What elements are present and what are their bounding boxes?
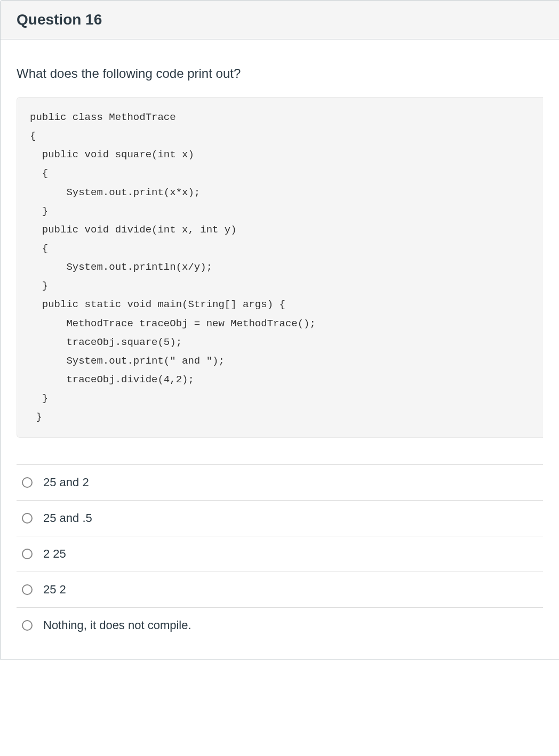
question-header: Question 16 xyxy=(1,1,559,39)
question-body: What does the following code print out? … xyxy=(1,39,559,659)
answer-label: 25 2 xyxy=(43,583,66,597)
question-title: Question 16 xyxy=(17,11,543,28)
code-block: public class MethodTrace { public void s… xyxy=(17,97,543,438)
radio-icon[interactable] xyxy=(22,477,33,488)
answer-option[interactable]: 2 25 xyxy=(17,536,543,572)
radio-icon[interactable] xyxy=(22,620,33,631)
answer-label: Nothing, it does not compile. xyxy=(43,618,191,632)
radio-icon[interactable] xyxy=(22,584,33,595)
radio-icon[interactable] xyxy=(22,513,33,524)
answer-label: 2 25 xyxy=(43,547,66,561)
question-prompt: What does the following code print out? xyxy=(17,66,543,81)
question-card: Question 16 What does the following code… xyxy=(0,0,559,660)
answer-label: 25 and 2 xyxy=(43,476,89,489)
answer-option[interactable]: Nothing, it does not compile. xyxy=(17,608,543,643)
answer-option[interactable]: 25 and .5 xyxy=(17,501,543,536)
answers-list: 25 and 2 25 and .5 2 25 25 2 Nothing, it… xyxy=(17,464,543,643)
answer-option[interactable]: 25 and 2 xyxy=(17,465,543,501)
answer-label: 25 and .5 xyxy=(43,511,92,525)
answer-option[interactable]: 25 2 xyxy=(17,572,543,608)
radio-icon[interactable] xyxy=(22,549,33,559)
